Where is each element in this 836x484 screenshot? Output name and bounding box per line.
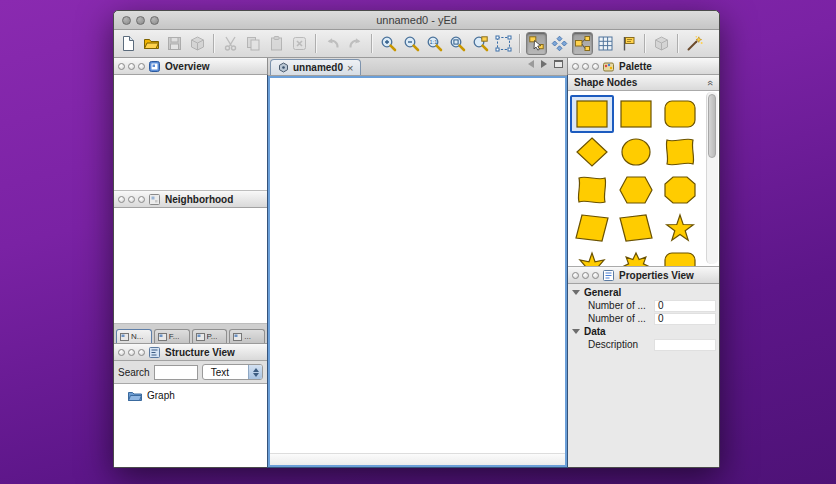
dock-tab-predecessors[interactable]: P... bbox=[192, 329, 228, 343]
palette-panel-close-icon[interactable] bbox=[572, 63, 579, 70]
properties-view-panel-header[interactable]: Properties View bbox=[568, 267, 719, 284]
graph-canvas[interactable] bbox=[268, 76, 567, 467]
palette-panel-header[interactable]: Palette bbox=[568, 58, 719, 75]
palette-shape-wave-rectangle[interactable] bbox=[658, 133, 702, 171]
zoom-to-selection-button[interactable] bbox=[470, 32, 491, 55]
neighborhood-panel-detach-icon[interactable] bbox=[138, 196, 145, 203]
property-group-general[interactable]: General bbox=[568, 286, 719, 299]
property-row[interactable]: Description bbox=[568, 338, 719, 351]
palette-shape-wave-rectangle-2[interactable] bbox=[570, 171, 614, 209]
palette-shape-hexagon[interactable] bbox=[614, 171, 658, 209]
palette-panel-detach-icon[interactable] bbox=[592, 63, 599, 70]
local-view-button[interactable] bbox=[572, 32, 593, 55]
properties-panel-close-icon[interactable] bbox=[572, 272, 579, 279]
fit-content-button[interactable] bbox=[447, 32, 468, 55]
toolbar-separator bbox=[315, 34, 317, 53]
dock-tab-icon bbox=[158, 333, 167, 341]
document-tab-unnamed0[interactable]: unnamed0 × bbox=[270, 59, 361, 75]
grid-button[interactable] bbox=[595, 32, 616, 55]
palette-shape-star-6[interactable] bbox=[570, 247, 614, 267]
overview-panel-detach-icon[interactable] bbox=[138, 63, 145, 70]
overview-viewport[interactable] bbox=[114, 75, 267, 191]
edit-mode-button[interactable] bbox=[526, 32, 547, 55]
property-label: Description bbox=[588, 339, 654, 350]
stepper-icon[interactable] bbox=[248, 365, 262, 379]
stepper-up-icon bbox=[253, 368, 259, 372]
overview-panel-close-icon[interactable] bbox=[118, 63, 125, 70]
palette-shape-square[interactable] bbox=[570, 95, 614, 133]
zoom-out-button[interactable] bbox=[401, 32, 422, 55]
palette-shape-parallelogram[interactable] bbox=[570, 209, 614, 247]
cut-button bbox=[220, 32, 241, 55]
palette-shape-round-rectangle-2[interactable] bbox=[658, 247, 702, 267]
palette-shape-star-5[interactable] bbox=[658, 209, 702, 247]
neighborhood-panel-title: Neighborhood bbox=[165, 194, 233, 205]
neighborhood-viewport[interactable] bbox=[114, 208, 267, 324]
structure-panel-minimize-icon[interactable] bbox=[128, 349, 135, 356]
maximize-view-icon[interactable] bbox=[554, 60, 563, 68]
document-tab-bar: unnamed0 × bbox=[268, 58, 567, 76]
zoom-to-selection-icon bbox=[472, 35, 489, 52]
open-file-button[interactable] bbox=[141, 32, 162, 55]
dock-tab-label: F... bbox=[169, 332, 180, 341]
zoom-in-button[interactable] bbox=[378, 32, 399, 55]
structure-panel-close-icon[interactable] bbox=[118, 349, 125, 356]
collapse-section-icon[interactable]: « bbox=[705, 80, 715, 86]
search-mode-select[interactable]: Text bbox=[202, 364, 263, 380]
shape-nodes-section-header[interactable]: Shape Nodes « bbox=[568, 75, 719, 91]
property-group-data[interactable]: Data bbox=[568, 325, 719, 338]
canvas-wrap bbox=[268, 76, 567, 467]
grid-icon bbox=[597, 35, 614, 52]
toolbar-separator bbox=[519, 34, 521, 53]
flag-button[interactable] bbox=[618, 32, 639, 55]
wizard-button[interactable] bbox=[684, 32, 705, 55]
neighborhood-panel-close-icon[interactable] bbox=[118, 196, 125, 203]
search-input[interactable] bbox=[154, 365, 198, 380]
palette-panel-minimize-icon[interactable] bbox=[582, 63, 589, 70]
canvas-horizontal-scrollbar[interactable] bbox=[270, 453, 565, 465]
palette-shape-round-rectangle[interactable] bbox=[658, 95, 702, 133]
overview-panel-minimize-icon[interactable] bbox=[128, 63, 135, 70]
palette-shape-diamond[interactable] bbox=[570, 133, 614, 171]
collapse-triangle-icon[interactable] bbox=[572, 329, 580, 334]
collapse-triangle-icon[interactable] bbox=[572, 290, 580, 295]
properties-panel-minimize-icon[interactable] bbox=[582, 272, 589, 279]
palette-shape-square-2[interactable] bbox=[614, 95, 658, 133]
palette-scrollbar[interactable] bbox=[706, 92, 718, 264]
next-tab-icon[interactable] bbox=[541, 60, 547, 68]
neighborhood-panel-minimize-icon[interactable] bbox=[128, 196, 135, 203]
neighborhood-panel-header[interactable]: Neighborhood bbox=[114, 191, 267, 208]
round-rectangle-icon bbox=[662, 99, 698, 129]
local-view-icon bbox=[574, 35, 591, 52]
window-title: unnamed0 - yEd bbox=[114, 14, 719, 26]
view-3d-button bbox=[651, 32, 672, 55]
palette-shape-octagon[interactable] bbox=[658, 171, 702, 209]
palette-scrollbar-thumb[interactable] bbox=[708, 94, 716, 158]
tab-close-icon[interactable]: × bbox=[347, 63, 353, 73]
left-dock: Overview Neighborhood N... F... bbox=[114, 58, 268, 467]
prev-tab-icon[interactable] bbox=[528, 60, 534, 68]
dock-tab-folder-contents[interactable]: F... bbox=[154, 329, 190, 343]
neighborhood-icon bbox=[149, 194, 160, 205]
select-area-button[interactable] bbox=[493, 32, 514, 55]
diamond-icon bbox=[574, 137, 610, 167]
dock-tab-neighborhood[interactable]: N... bbox=[116, 329, 152, 343]
zoom-original-button[interactable]: 1:1 bbox=[424, 32, 445, 55]
paste-icon bbox=[268, 35, 285, 52]
layout-mode-button[interactable] bbox=[549, 32, 570, 55]
search-mode-value: Text bbox=[203, 367, 248, 378]
dock-tab-successors[interactable]: ... bbox=[229, 329, 265, 343]
properties-panel-detach-icon[interactable] bbox=[592, 272, 599, 279]
palette-shape-trapezoid[interactable] bbox=[614, 209, 658, 247]
structure-panel-detach-icon[interactable] bbox=[138, 349, 145, 356]
structure-view-panel-header[interactable]: Structure View bbox=[114, 344, 267, 361]
tree-item-graph[interactable]: Graph bbox=[128, 390, 267, 401]
overview-panel-header[interactable]: Overview bbox=[114, 58, 267, 75]
property-row[interactable]: Number of ... 0 bbox=[568, 312, 719, 325]
palette-shape-ellipse[interactable] bbox=[614, 133, 658, 171]
yed-window: unnamed0 - yEd 1:1 Overview bbox=[113, 10, 720, 468]
title-bar[interactable]: unnamed0 - yEd bbox=[114, 11, 719, 30]
palette-shape-star-8[interactable] bbox=[614, 247, 658, 267]
property-row[interactable]: Number of ... 0 bbox=[568, 299, 719, 312]
new-document-button[interactable] bbox=[118, 32, 139, 55]
